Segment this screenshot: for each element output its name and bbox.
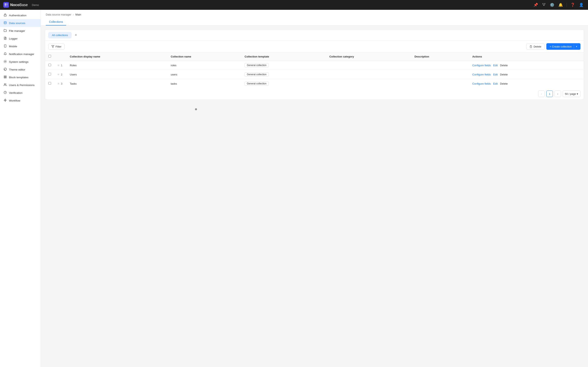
actions-header: Actions <box>469 52 584 61</box>
sidebar-item-label: Theme editor <box>9 68 25 71</box>
row-name: tasks <box>167 79 241 88</box>
row-handle-num-cell: ≡ 2 <box>54 70 67 79</box>
edit-link-0[interactable]: Edit <box>493 64 498 67</box>
row-checkbox-2[interactable] <box>48 82 51 85</box>
theme-editor-icon <box>3 68 7 71</box>
svg-rect-19 <box>4 77 5 78</box>
svg-point-6 <box>544 5 544 6</box>
sidebar-item-mobile[interactable]: Mobile <box>0 42 41 50</box>
logo-text: NocoBase <box>10 3 28 7</box>
svg-rect-0 <box>5 3 6 5</box>
svg-point-5 <box>545 3 545 4</box>
delete-link-0[interactable]: Delete <box>500 64 508 67</box>
select-all-checkbox[interactable] <box>48 55 51 58</box>
logo-icon <box>3 2 9 8</box>
sidebar-item-label: System settings <box>9 60 28 63</box>
sidebar-item-system-settings[interactable]: System settings <box>0 58 41 66</box>
page-1-button[interactable]: 1 <box>546 91 553 97</box>
svg-rect-7 <box>4 15 6 16</box>
sidebar: Authentication Data sources File manager… <box>0 10 41 367</box>
row-template: General collection <box>241 79 326 88</box>
sidebar-item-authentication[interactable]: Authentication <box>0 11 41 19</box>
configure-fields-link-1[interactable]: Configure fields <box>472 73 491 76</box>
sidebar-item-notification-manager[interactable]: Notification manager <box>0 50 41 58</box>
sidebar-item-label: Block templates <box>9 76 28 79</box>
sub-tab-all-collections[interactable]: All collections <box>48 32 71 38</box>
delete-button[interactable]: Delete <box>526 44 545 50</box>
sidebar-item-verification[interactable]: Verification <box>0 89 41 97</box>
prev-page-button[interactable]: ‹ <box>538 91 545 97</box>
sidebar-item-theme-editor[interactable]: Theme editor <box>0 66 41 73</box>
row-handle[interactable]: ≡ <box>58 82 59 85</box>
help-icon[interactable]: ❓ <box>569 1 576 8</box>
description-header: Description <box>411 52 469 61</box>
row-checkbox-cell <box>45 79 54 88</box>
breadcrumb-arrow: › <box>73 13 74 16</box>
sidebar-item-workflow[interactable]: Workflow <box>0 97 41 104</box>
table-row: ≡ 1 Roles roles General collection Confi… <box>45 61 584 70</box>
sidebar-item-label: Users & Permissions <box>9 83 35 87</box>
data-table: Collection display name Collection name … <box>45 52 584 88</box>
delete-link-1[interactable]: Delete <box>500 73 508 76</box>
file-manager-icon <box>3 29 7 33</box>
sidebar-item-users-permissions[interactable]: Users & Permissions <box>0 81 41 89</box>
row-category <box>326 70 411 79</box>
row-actions: Configure fields Edit Delete <box>469 61 584 70</box>
filter-icon <box>52 45 54 48</box>
workflow-icon <box>3 99 7 102</box>
row-checkbox-0[interactable] <box>48 64 51 66</box>
svg-rect-16 <box>4 76 5 77</box>
sidebar-item-label: Data sources <box>9 22 25 25</box>
table-row: ≡ 2 Users users General collection Confi… <box>45 70 584 79</box>
row-name: roles <box>167 61 241 70</box>
svg-point-8 <box>4 21 6 22</box>
configure-fields-link-0[interactable]: Configure fields <box>472 64 491 67</box>
sidebar-item-file-manager[interactable]: File manager <box>0 27 41 35</box>
sidebar-item-label: Notification manager <box>9 53 34 56</box>
row-handle-num-cell: ≡ 3 <box>54 79 67 88</box>
sidebar-item-block-templates[interactable]: Block templates <box>0 73 41 81</box>
svg-point-20 <box>4 83 5 85</box>
add-tab-button[interactable]: + <box>73 33 79 38</box>
row-handle[interactable]: ≡ <box>58 73 59 76</box>
table-container: All collections + Filter Delete + Create… <box>45 30 584 100</box>
next-page-button[interactable]: › <box>554 91 561 97</box>
demo-label: Demo <box>32 3 39 7</box>
page-size-select[interactable]: 50 / page ▾ <box>563 91 580 97</box>
row-checkbox-1[interactable] <box>48 73 51 75</box>
row-description <box>411 79 469 88</box>
delete-link-2[interactable]: Delete <box>500 82 508 85</box>
edit-link-1[interactable]: Edit <box>493 73 498 76</box>
logo[interactable]: NocoBase <box>3 2 28 8</box>
row-category <box>326 79 411 88</box>
template-header: Collection template <box>241 52 326 61</box>
create-collection-button[interactable]: + Create collection ▾ <box>546 43 580 50</box>
sidebar-item-label: Mobile <box>9 45 17 48</box>
edit-link-2[interactable]: Edit <box>493 82 498 85</box>
svg-rect-17 <box>5 76 6 77</box>
breadcrumb: Data source manager › Main <box>46 13 583 16</box>
tab-collections[interactable]: Collections <box>46 18 66 25</box>
template-tag: General collection <box>245 72 269 76</box>
template-tag: General collection <box>245 82 269 86</box>
configure-fields-link-2[interactable]: Configure fields <box>472 82 491 85</box>
filter-button[interactable]: Filter <box>48 44 65 50</box>
row-display-name: Users <box>67 70 167 79</box>
authentication-icon <box>3 13 7 17</box>
sidebar-item-logger[interactable]: Logger <box>0 35 41 42</box>
block-templates-icon <box>3 75 7 79</box>
row-description <box>411 70 469 79</box>
breadcrumb-parent[interactable]: Data source manager <box>46 13 71 16</box>
pagination: ‹ 1 › 50 / page ▾ <box>45 88 584 100</box>
sub-tabs-row: All collections + <box>45 30 584 41</box>
sidebar-item-label: Logger <box>9 37 17 40</box>
user-icon[interactable]: 👤 <box>578 1 585 8</box>
row-checkbox-cell <box>45 61 54 70</box>
sidebar-item-data-sources[interactable]: Data sources <box>0 19 41 27</box>
pin-icon[interactable]: 📌 <box>532 1 539 8</box>
bell-icon[interactable]: 🔔 <box>557 1 564 8</box>
branch-icon[interactable] <box>541 1 547 8</box>
row-handle[interactable]: ≡ <box>58 64 59 67</box>
main-content: Data source manager › Main Collections A… <box>41 10 588 367</box>
settings-icon[interactable]: ⚙️ <box>549 1 555 8</box>
